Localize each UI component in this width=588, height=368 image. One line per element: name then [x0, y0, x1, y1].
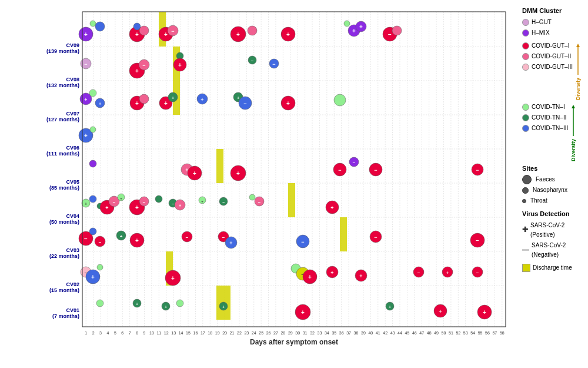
svg-text:+: +: [120, 234, 123, 239]
covid-tn-1-circle: [522, 104, 529, 111]
svg-point-194: [89, 89, 96, 97]
svg-text:−: −: [99, 240, 102, 245]
svg-text:Days after symptom onset: Days after symptom onset: [250, 338, 338, 346]
svg-text:5: 5: [114, 331, 116, 335]
svg-text:23: 23: [244, 331, 249, 335]
svg-text:+: +: [222, 305, 225, 309]
legend-virus-negative: — SARS-CoV-2 (Negative): [522, 241, 587, 260]
svg-rect-150: [288, 183, 295, 217]
svg-text:+: +: [135, 100, 139, 107]
svg-text:CV05: CV05: [66, 179, 79, 185]
svg-text:+: +: [135, 31, 139, 38]
svg-text:52: 52: [456, 331, 460, 335]
svg-text:−: −: [301, 239, 304, 245]
svg-text:49: 49: [434, 331, 439, 335]
svg-text:CV06: CV06: [66, 145, 79, 151]
svg-text:(50 months): (50 months): [49, 219, 79, 225]
svg-text:15: 15: [186, 331, 191, 335]
legend-h-mix: H–MIX: [522, 28, 587, 38]
svg-point-245: [155, 195, 162, 203]
covid-tn-2-label: COVID-TN–II: [532, 113, 566, 122]
svg-text:+: +: [164, 100, 168, 107]
svg-text:12: 12: [164, 331, 169, 335]
svg-text:26: 26: [266, 331, 271, 335]
svg-text:+: +: [308, 274, 312, 280]
svg-text:31: 31: [303, 331, 308, 335]
svg-text:(7 months): (7 months): [52, 313, 79, 319]
svg-text:+: +: [236, 170, 240, 177]
legend-h-gut: H–GUT: [522, 18, 587, 27]
svg-text:−: −: [476, 167, 479, 173]
svg-text:−: −: [172, 202, 174, 206]
virus-detection-section: Virus Detection ✚ SARS-CoV-2 (Positive) …: [522, 209, 587, 260]
legend-covid-gut-3: COVID-GUT–III: [522, 62, 573, 72]
svg-text:+: +: [446, 270, 449, 276]
discharge-icon: [522, 264, 530, 272]
svg-point-284: [97, 264, 103, 270]
svg-text:6: 6: [121, 331, 123, 335]
svg-text:−: −: [222, 200, 225, 204]
svg-text:7: 7: [129, 331, 131, 335]
covid-gut-2-circle: [522, 53, 529, 60]
svg-text:−: −: [374, 234, 377, 240]
covid-tn-2-circle: [522, 114, 529, 121]
svg-text:22: 22: [237, 331, 242, 335]
svg-text:(139 months): (139 months): [46, 48, 79, 54]
svg-text:36: 36: [339, 331, 344, 335]
svg-text:46: 46: [412, 331, 417, 335]
svg-text:CV02: CV02: [66, 281, 79, 287]
svg-text:+: +: [201, 200, 203, 203]
svg-text:+: +: [135, 204, 139, 211]
svg-text:28: 28: [280, 331, 285, 335]
svg-point-171: [344, 21, 350, 26]
svg-text:19: 19: [215, 331, 220, 335]
legend-virus-positive: ✚ SARS-CoV-2 (Positive): [522, 221, 587, 240]
svg-point-157: [95, 22, 105, 31]
svg-text:(22 months): (22 months): [49, 253, 79, 259]
discharge-label: Discharge time: [533, 263, 572, 273]
faeces-label: Faeces: [536, 175, 555, 184]
svg-text:43: 43: [390, 331, 395, 335]
svg-point-261: [89, 228, 96, 235]
svg-text:(111 months): (111 months): [46, 151, 79, 157]
svg-text:+: +: [286, 31, 290, 38]
svg-text:(127 months): (127 months): [46, 117, 79, 122]
svg-point-161: [139, 26, 149, 35]
svg-text:38: 38: [354, 331, 359, 335]
covid-gut-3-circle: [522, 64, 529, 71]
svg-text:+: +: [85, 202, 87, 206]
covid-gut-section: COVID-GUT–I COVID-GUT–II COVID-GUT–III: [522, 41, 573, 73]
svg-text:CV08: CV08: [66, 77, 79, 82]
svg-text:−: −: [417, 270, 420, 276]
svg-text:CV04: CV04: [66, 213, 79, 219]
svg-text:30: 30: [295, 331, 300, 335]
svg-text:+: +: [483, 309, 486, 316]
h-mix-label: H–MIX: [532, 28, 550, 38]
svg-text:1: 1: [85, 331, 87, 335]
legend-throat: Throat: [522, 196, 587, 205]
h-gut-label: H–GUT: [532, 18, 552, 27]
svg-text:27: 27: [273, 331, 278, 335]
svg-text:−: −: [84, 61, 87, 67]
svg-text:45: 45: [405, 331, 410, 335]
svg-text:−: −: [258, 200, 261, 205]
svg-text:+: +: [99, 101, 102, 107]
covid-tn-1-label: COVID-TN–I: [532, 102, 565, 112]
svg-text:−: −: [476, 270, 479, 276]
svg-text:+: +: [286, 100, 290, 107]
svg-text:34: 34: [325, 331, 329, 335]
svg-rect-149: [216, 149, 223, 183]
svg-text:+: +: [105, 205, 108, 211]
plus-icon: ✚: [522, 224, 528, 236]
svg-text:−: −: [338, 167, 341, 173]
svg-text:17: 17: [201, 331, 205, 335]
svg-text:16: 16: [193, 331, 198, 335]
legend-faeces: Faeces: [522, 175, 587, 184]
svg-text:54: 54: [470, 331, 475, 335]
covid-gut-1-circle: [522, 42, 529, 49]
svg-text:−: −: [388, 31, 392, 38]
svg-point-233: [89, 195, 96, 203]
chart-area: .axis-label { font-family: Arial, sans-s…: [35, 6, 517, 347]
dmm-cluster-title: DMM Cluster: [522, 6, 587, 16]
svg-text:53: 53: [463, 331, 468, 335]
